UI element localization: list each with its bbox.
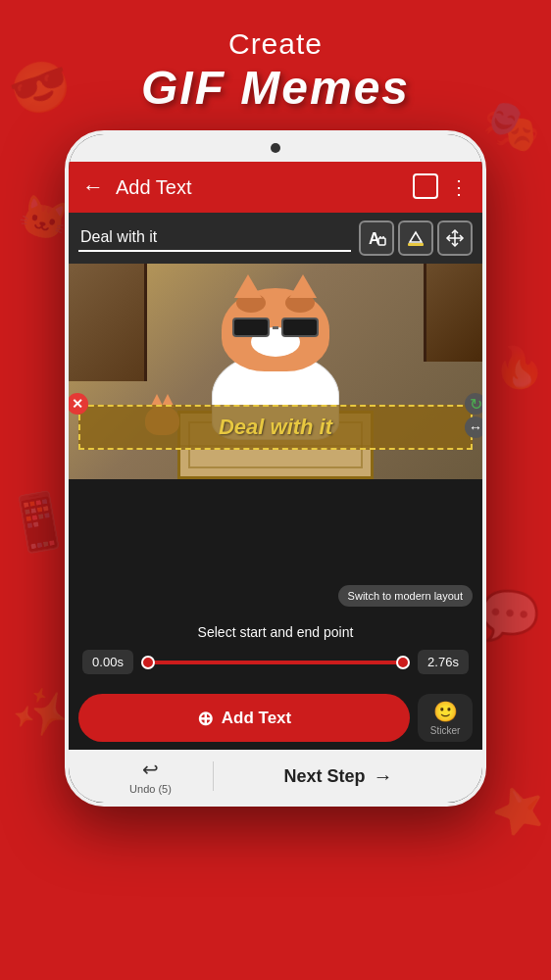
black-area: Switch to modern layout: [69, 479, 482, 616]
svg-rect-4: [408, 243, 424, 246]
sunglass-left: [232, 318, 270, 337]
fill-color-button[interactable]: [398, 220, 433, 256]
timeline-thumb-end[interactable]: [396, 656, 410, 669]
header-create: Create: [141, 27, 410, 61]
back-button[interactable]: ←: [82, 174, 104, 200]
start-time-badge: 0.00s: [82, 650, 133, 674]
add-text-button[interactable]: ⊕ Add Text: [78, 694, 410, 742]
timeline-progress: [141, 661, 410, 664]
bg-wall-right: [424, 264, 482, 362]
cat-head: [222, 288, 329, 371]
phone-camera: [271, 143, 280, 153]
text-tool-buttons: A: [359, 220, 473, 256]
gif-text-overlay[interactable]: Deal with it ✕ ↻ ↔: [78, 405, 473, 450]
text-input-field[interactable]: [78, 224, 351, 252]
sunglass-right: [281, 318, 319, 337]
gif-text-content: Deal with it: [88, 415, 463, 440]
move-button[interactable]: [437, 220, 473, 256]
layers-icon[interactable]: [416, 176, 437, 198]
bottom-nav: ↩ Undo (5) Next Step →: [69, 750, 482, 803]
gif-preview: Deal with it ✕ ↻ ↔: [69, 264, 482, 479]
phone-notch: [69, 134, 482, 162]
timeline-row: 0.00s 2.76s: [82, 650, 469, 674]
cat-ear-left: [234, 274, 262, 298]
next-step-button[interactable]: Next Step →: [214, 765, 463, 788]
sticker-label: Sticker: [430, 725, 461, 736]
header-area: Create GIF Memes: [141, 0, 410, 130]
text-input-area: A: [69, 213, 482, 264]
timeline-area: Select start and end point 0.00s 2.76s: [69, 616, 482, 686]
next-step-arrow: →: [374, 765, 393, 788]
more-options-icon[interactable]: ⋮: [449, 175, 469, 199]
undo-icon: ↩: [142, 758, 159, 781]
timeline-thumb-start[interactable]: [141, 656, 155, 669]
sticker-button[interactable]: 🙂 Sticker: [418, 694, 473, 742]
font-style-button[interactable]: A: [359, 220, 394, 256]
undo-button[interactable]: ↩ Undo (5): [88, 758, 213, 795]
delete-text-handle[interactable]: ✕: [69, 393, 88, 415]
sunglass-bridge: [273, 326, 278, 329]
timeline-track[interactable]: [141, 661, 410, 664]
app-bar-icons: ⋮: [416, 175, 469, 199]
app-bar: ← Add Text ⋮: [69, 162, 482, 213]
sunglasses: [232, 318, 319, 337]
next-step-label: Next Step: [283, 766, 365, 787]
rotate-text-handle[interactable]: ↻: [465, 393, 482, 415]
timeline-label: Select start and end point: [82, 624, 469, 640]
phone-frame: ← Add Text ⋮ A: [65, 130, 486, 807]
resize-x-handle[interactable]: ↔: [465, 416, 482, 438]
sticker-icon: 🙂: [433, 700, 458, 723]
cat-ear-right: [289, 274, 317, 298]
add-icon: ⊕: [197, 707, 214, 730]
app-bar-title: Add Text: [116, 176, 416, 199]
bottom-buttons: ⊕ Add Text 🙂 Sticker: [69, 686, 482, 750]
header-gif-memes: GIF Memes: [141, 61, 410, 115]
undo-label: Undo (5): [129, 783, 172, 795]
switch-layout-button[interactable]: Switch to modern layout: [338, 585, 473, 607]
add-text-label: Add Text: [222, 709, 291, 728]
bg-wall-left: [69, 264, 147, 381]
end-time-badge: 2.76s: [418, 650, 469, 674]
